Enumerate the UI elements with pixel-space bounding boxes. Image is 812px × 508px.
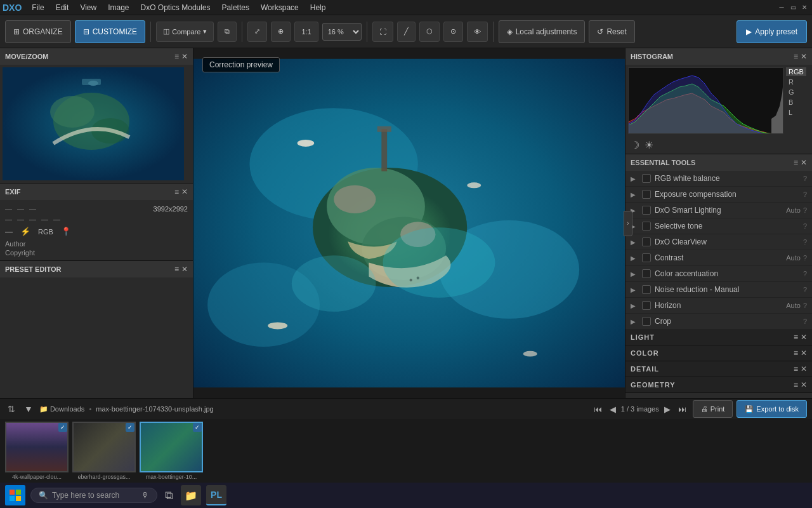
crop-tool-button[interactable]: ⛶: [372, 22, 393, 42]
tool-row-rgb-white-balance[interactable]: ▶ RGB white balance ?: [625, 171, 812, 187]
tool-row-exposure[interactable]: ▶ Exposure compensation ?: [625, 187, 812, 203]
close-button[interactable]: ✕: [799, 3, 809, 13]
tools-close-icon[interactable]: ✕: [801, 158, 807, 167]
tool-row-horizon[interactable]: ▶ Horizon Auto ?: [625, 298, 812, 314]
maximize-button[interactable]: ▭: [788, 3, 798, 13]
tool-help-rgb-white-balance[interactable]: ?: [803, 175, 807, 182]
section-color[interactable]: COLOR ≡ ✕: [625, 345, 812, 361]
tool-help-clearview[interactable]: ?: [803, 238, 807, 246]
exif-close-icon[interactable]: ✕: [181, 187, 188, 196]
exif-menu-icon[interactable]: ≡: [174, 187, 179, 196]
taskbar-app-explorer[interactable]: 📁: [181, 485, 201, 505]
histogram-tab-g[interactable]: G: [786, 88, 806, 97]
tool-checkbox-smart-lighting[interactable]: [642, 206, 651, 215]
sort-button[interactable]: ⇅: [5, 403, 18, 415]
filmstrip-item-0[interactable]: ✓ 4k-wallpaper-clou...: [5, 422, 69, 480]
task-view-icon[interactable]: ⧉: [162, 486, 176, 505]
tool-help-color-accentuation[interactable]: ?: [803, 270, 807, 277]
menu-dxo-optics[interactable]: DxO Optics Modules: [136, 2, 216, 13]
underexposure-icon[interactable]: ☽: [631, 139, 639, 151]
export-button[interactable]: 💾 Export to disk: [737, 400, 807, 418]
tool-checkbox-horizon[interactable]: [642, 301, 651, 310]
tool-checkbox-noise-reduction[interactable]: [642, 285, 651, 294]
detail-menu-icon[interactable]: ≡: [794, 364, 798, 373]
menu-view[interactable]: View: [75, 2, 102, 13]
detail-close-icon[interactable]: ✕: [801, 364, 807, 373]
right-panel-collapse-button[interactable]: ›: [624, 211, 632, 236]
main-image-area[interactable]: [193, 48, 625, 398]
menu-image[interactable]: Image: [103, 2, 134, 13]
compare-button[interactable]: ◫ Compare ▾: [156, 22, 214, 42]
straighten-button[interactable]: ╱: [397, 22, 416, 42]
section-detail[interactable]: DETAIL ≡ ✕: [625, 361, 812, 377]
nav-next-button[interactable]: ▶: [662, 403, 673, 415]
customize-button[interactable]: ⊟ CUSTOMIZE: [75, 20, 145, 43]
menu-file[interactable]: File: [27, 2, 49, 13]
tool-help-selective-tone[interactable]: ?: [803, 222, 807, 230]
menu-workspace[interactable]: Workspace: [256, 2, 304, 13]
start-button[interactable]: [5, 485, 25, 505]
histogram-tab-rgb[interactable]: RGB: [786, 67, 806, 76]
overexposure-icon[interactable]: ☀: [645, 139, 653, 151]
color-close-icon[interactable]: ✕: [801, 349, 807, 358]
move-zoom-close-icon[interactable]: ✕: [181, 52, 188, 61]
fit-button[interactable]: ⤢: [247, 22, 267, 42]
reset-button[interactable]: ↺ Reset: [589, 20, 634, 43]
minimize-button[interactable]: ─: [776, 3, 787, 13]
histogram-menu-icon[interactable]: ≡: [794, 52, 798, 61]
zoom-select[interactable]: 16 % 25 % 50 % 100 %: [322, 23, 362, 41]
tool-help-horizon[interactable]: ?: [803, 302, 807, 309]
tool-checkbox-selective-tone[interactable]: [642, 222, 651, 231]
apply-preset-button[interactable]: ▶ Apply preset: [737, 20, 807, 43]
filmstrip-item-2[interactable]: ✓ max-boettinger-10...: [140, 422, 203, 480]
nav-prev-button[interactable]: ◀: [607, 403, 619, 415]
ratio-button[interactable]: 1:1: [294, 22, 318, 42]
taskbar-search[interactable]: 🔍 Type here to search 🎙: [30, 488, 157, 503]
side-by-side-button[interactable]: ⧉: [218, 22, 237, 42]
tool-row-crop[interactable]: ▶ Crop ?: [625, 314, 812, 330]
tool-help-contrast[interactable]: ?: [803, 254, 807, 262]
perspective-button[interactable]: ⬡: [419, 22, 440, 42]
menu-palettes[interactable]: Palettes: [217, 2, 254, 13]
histogram-tab-l[interactable]: L: [786, 108, 806, 117]
tool-row-contrast[interactable]: ▶ Contrast Auto ?: [625, 250, 812, 266]
eye-button[interactable]: 👁: [467, 22, 488, 42]
filmstrip-item-1[interactable]: ✓ eberhard-grossgas...: [72, 422, 136, 480]
light-close-icon[interactable]: ✕: [801, 333, 807, 342]
nav-last-button[interactable]: ⏭: [676, 403, 689, 415]
geometry-close-icon[interactable]: ✕: [801, 380, 807, 389]
tool-row-clearview[interactable]: ▶ DxO ClearView ?: [625, 234, 812, 250]
tool-checkbox-rgb-white-balance[interactable]: [642, 174, 651, 183]
menu-help[interactable]: Help: [305, 2, 331, 13]
tool-help-smart-lighting[interactable]: ?: [803, 206, 807, 214]
tool-row-selective-tone[interactable]: ▶ Selective tone ?: [625, 218, 812, 234]
filter-button[interactable]: ▼: [22, 403, 36, 415]
light-menu-icon[interactable]: ≡: [794, 333, 798, 342]
preset-editor-menu-icon[interactable]: ≡: [174, 265, 179, 274]
color-menu-icon[interactable]: ≡: [794, 349, 798, 358]
histogram-close-icon[interactable]: ✕: [801, 52, 807, 61]
local-adjustments-button[interactable]: ◈ Local adjustments: [499, 20, 586, 43]
move-zoom-menu-icon[interactable]: ≡: [174, 52, 179, 61]
histogram-tab-b[interactable]: B: [786, 98, 806, 107]
tool-help-noise-reduction[interactable]: ?: [803, 286, 807, 293]
zoom-plus-button[interactable]: ⊕: [271, 22, 291, 42]
section-light[interactable]: LIGHT ≡ ✕: [625, 330, 812, 345]
tool-row-smart-lighting[interactable]: ▶ DxO Smart Lighting Auto ?: [625, 203, 812, 218]
tool-row-noise-reduction[interactable]: ▶ Noise reduction - Manual ?: [625, 282, 812, 298]
organize-button[interactable]: ⊞ ORGANIZE: [5, 20, 71, 43]
preset-editor-close-icon[interactable]: ✕: [181, 265, 188, 274]
geometry-menu-icon[interactable]: ≡: [794, 380, 798, 389]
repair-button[interactable]: ⊙: [443, 22, 463, 42]
histogram-tab-r[interactable]: R: [786, 77, 806, 86]
tool-checkbox-crop[interactable]: [642, 317, 651, 326]
tool-row-color-accentuation[interactable]: ▶ Color accentuation ?: [625, 266, 812, 282]
print-button[interactable]: 🖨 Print: [693, 400, 733, 418]
section-geometry[interactable]: GEOMETRY ≡ ✕: [625, 377, 812, 393]
nav-first-button[interactable]: ⏮: [591, 403, 605, 415]
tool-help-exposure[interactable]: ?: [803, 190, 807, 198]
tool-help-crop[interactable]: ?: [803, 318, 807, 325]
tool-checkbox-clearview[interactable]: [642, 237, 651, 246]
tool-checkbox-contrast[interactable]: [642, 253, 651, 262]
tool-checkbox-color-accentuation[interactable]: [642, 269, 651, 278]
